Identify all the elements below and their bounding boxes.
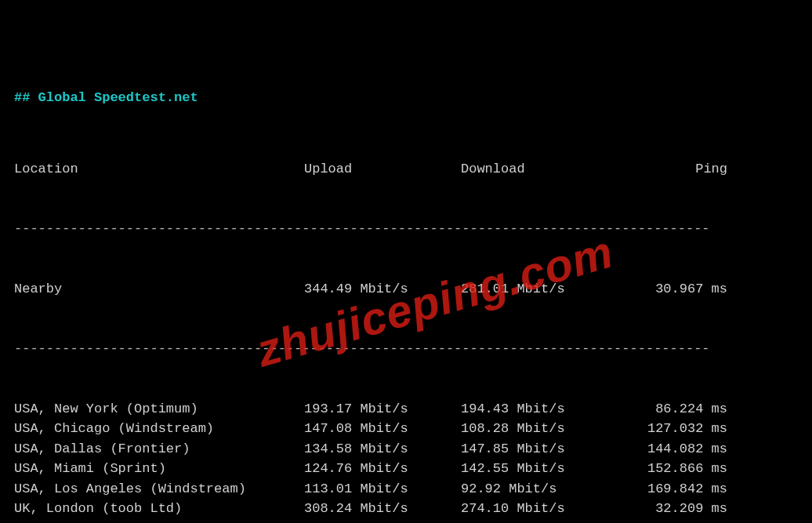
table-row: USA, Los Angeles (Windstream)113.01 Mbit… [14,479,798,499]
header-download: Download [461,159,618,180]
section-title: ## Global Speedtest.net [14,88,798,108]
nearby-download: 281.01 Mbit/s [461,279,618,300]
cell-download: 142.55 Mbit/s [461,459,618,479]
divider: ----------------------------------------… [14,219,798,239]
cell-download: 270.14 Mbit/s [461,519,618,524]
cell-location: USA, Miami (Sprint) [14,459,304,479]
table-row: USA, New York (Optimum)193.17 Mbit/s194.… [14,399,798,419]
cell-location: USA, New York (Optimum) [14,399,304,419]
table-row: USA, Dallas (Frontier)134.58 Mbit/s147.8… [14,439,798,459]
cell-download: 274.10 Mbit/s [461,499,618,519]
table-row: France, Paris (Orange)307.87 Mbit/s270.1… [14,519,798,524]
cell-ping: 32.209 ms [618,499,751,519]
cell-ping: 86.224 ms [618,399,751,419]
watermark-text: zhujiceping.com [248,217,621,384]
divider: ----------------------------------------… [14,339,798,359]
cell-upload: 307.87 Mbit/s [304,519,461,524]
cell-upload: 134.58 Mbit/s [304,439,461,459]
cell-location: USA, Dallas (Frontier) [14,439,304,459]
cell-ping: 127.032 ms [618,419,751,439]
cell-location: France, Paris (Orange) [14,519,304,524]
cell-location: UK, London (toob Ltd) [14,499,304,519]
cell-download: 92.92 Mbit/s [461,479,618,499]
cell-upload: 113.01 Mbit/s [304,479,461,499]
header-ping: Ping [618,159,751,180]
cell-ping: 169.842 ms [618,479,751,499]
cell-upload: 193.17 Mbit/s [304,399,461,419]
header-location: Location [14,159,304,180]
nearby-row: Nearby 344.49 Mbit/s 281.01 Mbit/s 30.96… [14,279,798,300]
table-row: USA, Miami (Sprint)124.76 Mbit/s142.55 M… [14,459,798,479]
cell-upload: 147.08 Mbit/s [304,419,461,439]
nearby-ping: 30.967 ms [618,279,751,300]
nearby-upload: 344.49 Mbit/s [304,279,461,300]
header-upload: Upload [304,159,461,180]
cell-location: USA, Chicago (Windstream) [14,419,304,439]
cell-download: 108.28 Mbit/s [461,419,618,439]
table-row: UK, London (toob Ltd)308.24 Mbit/s274.10… [14,499,798,519]
cell-ping: 29.798 ms [618,519,751,524]
cell-upload: 124.76 Mbit/s [304,459,461,479]
cell-ping: 152.866 ms [618,459,751,479]
cell-upload: 308.24 Mbit/s [304,499,461,519]
cell-location: USA, Los Angeles (Windstream) [14,479,304,499]
cell-ping: 144.082 ms [618,439,751,459]
table-row: USA, Chicago (Windstream)147.08 Mbit/s10… [14,419,798,439]
cell-download: 147.85 Mbit/s [461,439,618,459]
table-header-row: Location Upload Download Ping [14,159,798,180]
table-body: USA, New York (Optimum)193.17 Mbit/s194.… [14,399,798,524]
cell-download: 194.43 Mbit/s [461,399,618,419]
nearby-location: Nearby [14,279,304,300]
